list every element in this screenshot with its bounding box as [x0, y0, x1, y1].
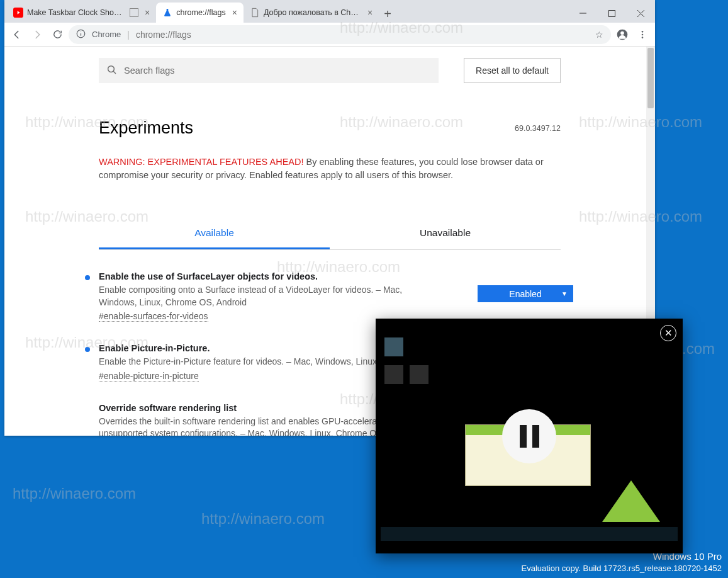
minimize-button[interactable] [568, 4, 597, 23]
tab-label: Make Taskbar Clock Show Se [27, 8, 125, 17]
modified-dot-icon [85, 275, 90, 280]
os-build: Evaluation copy. Build 17723.rs5_release… [522, 563, 722, 574]
svg-rect-1 [608, 10, 615, 16]
pip-window[interactable]: ✕ [376, 319, 683, 553]
desktop-icon [410, 365, 428, 384]
tab-strip: Make Taskbar Clock Show Se × chrome://fl… [4, 0, 568, 23]
tent-graphic [602, 480, 660, 522]
search-placeholder: Search flags [124, 65, 175, 76]
pause-icon [520, 425, 539, 448]
svg-point-5 [642, 31, 644, 33]
tab-unavailable[interactable]: Unavailable [330, 218, 561, 249]
chrome-version: 69.0.3497.12 [515, 124, 561, 133]
omnibox[interactable]: Chrome | chrome://flags ☆ [69, 25, 611, 44]
scrollbar-thumb[interactable] [647, 48, 654, 108]
warning-prefix: WARNING: EXPERIMENTAL FEATURES AHEAD! [99, 157, 304, 167]
flag-anchor[interactable]: #enable-picture-in-picture [99, 371, 199, 382]
desktop-icon [384, 365, 403, 384]
close-icon[interactable]: × [232, 8, 237, 18]
maximize-button[interactable] [597, 4, 626, 23]
bookmark-star-icon[interactable]: ☆ [595, 30, 603, 40]
menu-dots-icon[interactable] [634, 26, 651, 43]
flag-select[interactable]: Enabled [478, 285, 573, 302]
flag-item: Enable the use of SurfaceLayer objects f… [99, 271, 561, 322]
tab-media-icon [130, 8, 138, 17]
forward-button[interactable] [28, 26, 46, 43]
svg-point-7 [642, 37, 644, 38]
flag-tabs: Available Unavailable [99, 218, 561, 250]
tab-available[interactable]: Available [99, 218, 330, 249]
omnibox-origin: Chrome [92, 30, 121, 39]
svg-point-8 [108, 65, 115, 72]
youtube-icon [13, 8, 23, 18]
tab-flags[interactable]: chrome://flags × [156, 3, 244, 23]
close-icon[interactable]: × [367, 8, 372, 18]
reload-button[interactable] [48, 26, 66, 43]
tab-welcome[interactable]: Добро пожаловать в Chrome! × [244, 3, 379, 23]
pip-pause-button[interactable] [502, 409, 556, 463]
new-tab-button[interactable]: + [379, 5, 396, 23]
tab-youtube[interactable]: Make Taskbar Clock Show Se × [7, 3, 156, 23]
search-icon [106, 64, 118, 77]
flask-icon [162, 8, 172, 18]
modified-dot-icon [85, 347, 90, 352]
close-window-button[interactable] [626, 4, 655, 23]
flag-title: Enable the use of SurfaceLayer objects f… [99, 271, 561, 281]
svg-point-6 [642, 33, 644, 35]
window-controls [568, 4, 655, 23]
search-input[interactable]: Search flags [99, 58, 439, 83]
profile-avatar-icon[interactable] [613, 26, 631, 43]
desktop-icon [384, 337, 403, 356]
close-icon[interactable]: × [145, 8, 150, 18]
svg-point-4 [620, 31, 624, 35]
titlebar: Make Taskbar Clock Show Se × chrome://fl… [4, 0, 655, 23]
separator: | [127, 30, 130, 40]
toolbar: Chrome | chrome://flags ☆ [4, 23, 655, 47]
tab-label: Добро пожаловать в Chrome! [264, 8, 361, 17]
page-icon [250, 8, 260, 18]
tab-label: chrome://flags [176, 8, 226, 17]
warning-text: WARNING: EXPERIMENTAL FEATURES AHEAD! By… [99, 156, 561, 182]
reset-all-button[interactable]: Reset all to default [464, 58, 561, 83]
pip-close-button[interactable]: ✕ [660, 325, 676, 341]
page-title: Experiments [99, 118, 193, 138]
chrome-info-icon [76, 29, 86, 40]
back-button[interactable] [8, 26, 26, 43]
omnibox-url: chrome://flags [136, 30, 191, 40]
flag-anchor[interactable]: #enable-surfaces-for-videos [99, 311, 208, 322]
flag-description: Enable compositing onto a Surface instea… [99, 284, 426, 309]
video-taskbar [381, 527, 678, 541]
